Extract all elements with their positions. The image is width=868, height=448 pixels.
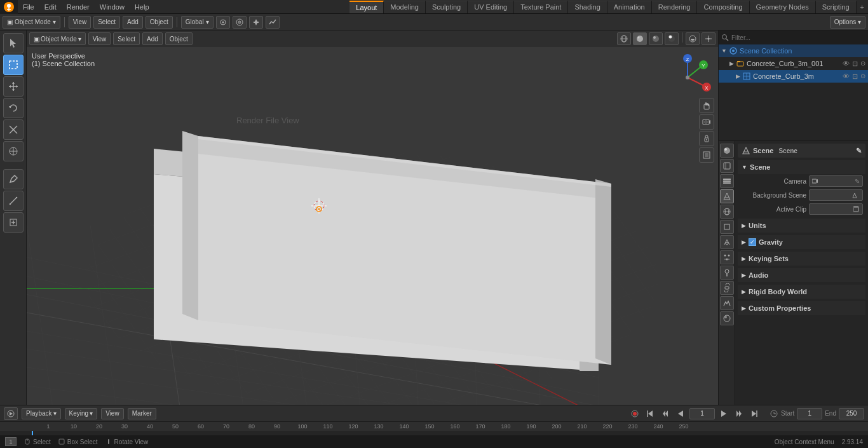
add-object-tool-btn[interactable] <box>3 212 24 233</box>
prop-tab-constraints[interactable] <box>720 281 734 295</box>
vp-shading-material[interactable] <box>649 32 663 45</box>
end-frame-input[interactable] <box>839 408 864 419</box>
menu-edit[interactable]: Edit <box>39 0 62 14</box>
options-btn[interactable]: Options ▾ <box>830 16 865 29</box>
select-btn[interactable]: Select <box>93 16 120 29</box>
custom-header[interactable]: ▶ Custom Properties <box>738 301 865 315</box>
prop-tab-physics[interactable] <box>720 266 734 280</box>
units-header[interactable]: ▶ Units <box>738 219 865 233</box>
prop-tab-modifier[interactable] <box>720 235 734 249</box>
prop-tab-object[interactable] <box>720 220 734 234</box>
tab-add[interactable]: + <box>857 1 868 13</box>
audio-header[interactable]: ▶ Audio <box>738 268 865 282</box>
step-back-btn[interactable] <box>659 407 672 420</box>
gravity-checkbox[interactable]: ✓ <box>749 238 756 246</box>
prop-tab-view-layer[interactable] <box>720 174 734 188</box>
viewport-3d[interactable]: ▣ Object Mode ▾ View Select Add Object <box>27 31 718 405</box>
tab-scripting[interactable]: Scripting <box>816 1 857 13</box>
jump-start-btn[interactable] <box>644 407 656 420</box>
object-mode-btn[interactable]: ▣ Object Mode ▾ <box>3 16 60 29</box>
snap-btn[interactable] <box>216 16 230 29</box>
prev-frame-btn[interactable] <box>674 407 687 420</box>
menu-render[interactable]: Render <box>62 0 95 14</box>
scene-section-header[interactable]: Scene Scene ✎ <box>738 144 865 158</box>
prop-tab-data[interactable] <box>720 296 734 310</box>
vp-shading-wire[interactable] <box>617 32 631 45</box>
proportional-edit-btn[interactable] <box>233 16 247 29</box>
tab-compositing[interactable]: Compositing <box>697 1 749 13</box>
keying-header[interactable]: ▶ Keying Sets <box>738 252 865 266</box>
annotate-tool-btn[interactable] <box>3 169 24 189</box>
record-btn[interactable] <box>628 407 641 420</box>
menu-help[interactable]: Help <box>130 0 154 14</box>
marker-btn[interactable]: Marker <box>128 408 156 419</box>
active-clip-value[interactable] <box>809 203 863 215</box>
vp-hand-btn[interactable] <box>699 98 714 113</box>
prop-tab-particles[interactable] <box>720 250 734 264</box>
background-scene-value[interactable] <box>809 189 863 201</box>
tab-animation[interactable]: Animation <box>607 1 652 13</box>
scale-tool-btn[interactable] <box>3 119 24 140</box>
rotate-tool-btn[interactable] <box>3 98 24 118</box>
snap-icon-btn2[interactable] <box>249 16 263 29</box>
vp-overlay-btn[interactable] <box>686 32 700 45</box>
vp-camera-view-btn[interactable] <box>699 114 714 130</box>
playhead-type-btn[interactable] <box>4 407 18 420</box>
prop-tab-material[interactable] <box>720 311 734 325</box>
outliner-scene-collection[interactable]: ▼ Scene Collection <box>719 44 868 57</box>
gizmo[interactable]: X Y Z <box>662 52 713 103</box>
outliner-curb-mesh[interactable]: ▶ Concrete_Curb_3m 👁 ⊡ ⊙ <box>719 70 868 83</box>
vp-select-btn[interactable]: Select <box>113 32 140 45</box>
start-frame-input[interactable] <box>797 408 822 419</box>
vp-lock-camera-btn[interactable] <box>699 131 714 146</box>
keying-btn[interactable]: Keying ▾ <box>65 408 98 419</box>
object-btn[interactable]: Object <box>146 16 173 29</box>
camera-icon-2[interactable]: ⊡ <box>852 72 858 81</box>
scene-edit-icon[interactable]: ✎ <box>856 147 862 155</box>
tab-rendering[interactable]: Rendering <box>652 1 698 13</box>
tab-sculpting[interactable]: Sculpting <box>426 1 468 13</box>
tab-uv-editing[interactable]: UV Editing <box>468 1 514 13</box>
tab-modeling[interactable]: Modeling <box>384 1 426 13</box>
gravity-header[interactable]: ▶ ✓ Gravity <box>738 235 865 249</box>
vp-object-mode-btn[interactable]: ▣ Object Mode ▾ <box>29 32 86 45</box>
next-frame-btn[interactable] <box>717 407 730 420</box>
tab-layout[interactable]: Layout <box>349 1 384 13</box>
move-tool-btn[interactable] <box>3 76 24 97</box>
add-btn[interactable]: Add <box>123 16 143 29</box>
prop-tab-world[interactable] <box>720 205 734 219</box>
global-btn[interactable]: Global ▾ <box>181 16 214 29</box>
camera-value[interactable]: ✎ <box>809 175 863 187</box>
eye-icon-1[interactable]: 👁 <box>843 60 850 68</box>
playback-btn[interactable]: Playback ▾ <box>22 408 61 419</box>
view-btn[interactable]: View <box>69 16 92 29</box>
prop-tab-render[interactable] <box>720 144 734 158</box>
rigid-header[interactable]: ▶ Rigid Body World <box>738 285 865 299</box>
vp-gizmo-btn[interactable] <box>702 32 715 45</box>
transform-tool-btn[interactable] <box>3 141 24 161</box>
camera-icon-1[interactable]: ⊡ <box>852 60 858 68</box>
vp-view-btn[interactable]: View <box>88 32 111 45</box>
vp-shading-render[interactable] <box>665 32 679 45</box>
camera-edit-icon[interactable]: ✎ <box>855 178 860 185</box>
outliner-search-input[interactable] <box>731 34 865 41</box>
vp-render-region-btn[interactable] <box>699 147 714 163</box>
cursor-tool-btn[interactable] <box>3 33 24 53</box>
prop-tab-scene[interactable] <box>720 189 734 203</box>
timeline-view-btn[interactable]: View <box>101 408 124 419</box>
graph-icon-btn[interactable] <box>266 16 280 29</box>
jump-end-btn[interactable] <box>748 407 761 420</box>
render-icon-2[interactable]: ⊙ <box>860 72 865 81</box>
prop-tab-output[interactable] <box>720 159 734 173</box>
scene-expand-header[interactable]: ▼ Scene <box>738 160 865 174</box>
tab-shading[interactable]: Shading <box>568 1 607 13</box>
outliner-curb-collection[interactable]: ▶ Concrete_Curb_3m_001 👁 ⊡ ⊙ <box>719 57 868 70</box>
current-frame-input[interactable] <box>689 408 715 419</box>
scene-canvas[interactable]: Render File View User Perspective (1) Sc… <box>27 47 718 405</box>
step-forward-btn[interactable] <box>733 407 745 420</box>
tab-texture-paint[interactable]: Texture Paint <box>514 1 568 13</box>
render-icon-1[interactable]: ⊙ <box>860 60 865 68</box>
measure-tool-btn[interactable] <box>3 191 24 211</box>
vp-object-btn[interactable]: Object <box>165 32 193 45</box>
menu-window[interactable]: Window <box>95 0 130 14</box>
